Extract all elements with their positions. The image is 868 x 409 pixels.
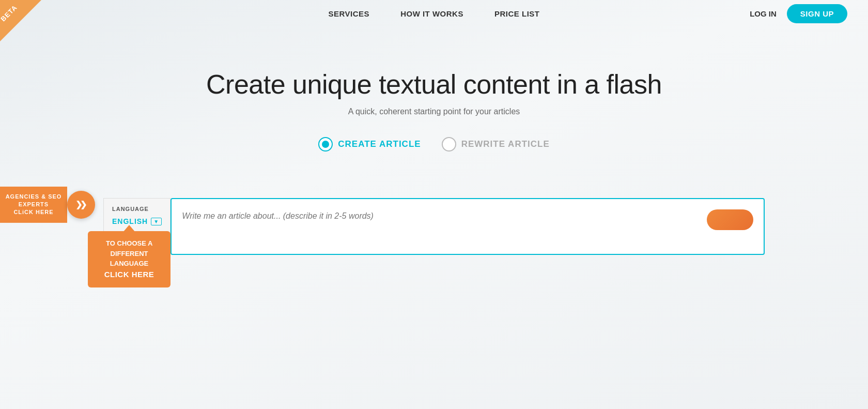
rewrite-article-label: REWRITE ARTICLE xyxy=(461,139,550,149)
nav-auth: LOG IN SIGN UP xyxy=(750,4,847,23)
input-area xyxy=(171,198,765,255)
signup-button[interactable]: SIGN UP xyxy=(787,4,847,23)
agencies-line2: CLiCK HERE xyxy=(13,209,53,215)
create-article-option[interactable]: CREATE ARTICLE xyxy=(318,137,421,152)
tooltip-line1: TO CHOOSE A xyxy=(106,239,152,247)
agencies-label: AGENCIES & SEO EXPERTS CLiCK HERE xyxy=(0,186,67,222)
login-link[interactable]: LOG IN xyxy=(750,9,777,18)
language-value: ENGLISH xyxy=(112,217,148,225)
beta-ribbon: BETA xyxy=(0,0,41,41)
agencies-arrow-button[interactable] xyxy=(67,190,95,218)
article-input[interactable] xyxy=(182,209,699,221)
tooltip-click-label: CLICK HERE xyxy=(97,269,161,281)
nav-links: SERVICES HOW IT WORKS PRICE LIST xyxy=(21,9,847,18)
hero-title: Create unique textual content in a flash xyxy=(21,69,847,100)
agencies-line1: AGENCIES & SEO EXPERTS xyxy=(6,193,62,207)
nav-how-it-works[interactable]: HOW IT WORKS xyxy=(400,9,463,18)
hero-section: Create unique textual content in a flash… xyxy=(0,27,868,198)
agencies-sidebar: AGENCIES & SEO EXPERTS CLiCK HERE xyxy=(0,186,95,222)
language-container: LANGUAGE ENGLISH ▼ TO CHOOSE A DIFFERENT… xyxy=(103,198,171,233)
content-area: LANGUAGE ENGLISH ▼ TO CHOOSE A DIFFERENT… xyxy=(0,198,868,255)
nav-price-list[interactable]: PRICE LIST xyxy=(494,9,540,18)
language-tooltip[interactable]: TO CHOOSE A DIFFERENT LANGUAGE CLICK HER… xyxy=(88,231,171,287)
create-article-radio[interactable] xyxy=(318,137,333,152)
language-select[interactable]: ENGLISH ▼ xyxy=(112,217,162,225)
submit-button[interactable] xyxy=(707,209,753,230)
radio-group: CREATE ARTICLE REWRITE ARTICLE xyxy=(21,137,847,152)
language-label: LANGUAGE xyxy=(112,206,162,212)
hero-subtitle: A quick, coherent starting point for you… xyxy=(21,107,847,116)
create-article-label: CREATE ARTICLE xyxy=(338,139,421,149)
rewrite-article-option[interactable]: REWRITE ARTICLE xyxy=(442,137,550,152)
chevron-down-icon: ▼ xyxy=(151,218,162,225)
language-box: LANGUAGE ENGLISH ▼ xyxy=(103,198,171,233)
navbar: SERVICES HOW IT WORKS PRICE LIST LOG IN … xyxy=(0,0,868,27)
tooltip-container: TO CHOOSE A DIFFERENT LANGUAGE CLICK HER… xyxy=(88,231,171,287)
tooltip-line2: DIFFERENT LANGUAGE xyxy=(110,250,148,268)
beta-label: BETA xyxy=(0,4,19,23)
nav-services[interactable]: SERVICES xyxy=(329,9,370,18)
rewrite-article-radio[interactable] xyxy=(442,137,456,152)
